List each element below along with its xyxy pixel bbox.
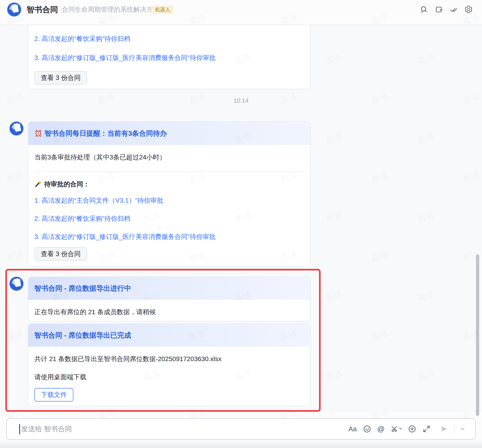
message-card-pending-partial: 2. 高洁发起的“餐饮采购”待你归档 3. 高洁发起的“修订版_修订版_医疗美容…	[28, 14, 311, 89]
text-format-icon[interactable]: Aa	[349, 425, 357, 433]
bot-avatar[interactable]	[9, 277, 24, 291]
app-logo-icon	[9, 121, 24, 136]
scrollbar-thumb[interactable]	[476, 255, 479, 416]
summary-text: 当前3条审批待处理（其中3条已超过24小时）	[34, 153, 166, 161]
send-icon	[440, 425, 448, 433]
mention-icon[interactable]: @	[377, 425, 385, 433]
app-logo-icon	[9, 277, 24, 291]
gear-icon	[464, 5, 473, 14]
expand-icon[interactable]	[422, 425, 431, 433]
app-logo	[7, 2, 21, 17]
send-options-chevron-icon[interactable]	[460, 428, 465, 430]
export-hint-text: 请使用桌面端下载	[34, 373, 86, 381]
chevron-down-icon	[399, 428, 401, 429]
composer-input[interactable]: 发送给 智书合同 Aa @	[6, 418, 476, 440]
create-group-button[interactable]	[435, 5, 443, 14]
section-title: 待审批的合同：	[44, 180, 90, 189]
card-title: 智书合同 - 席位数据导出已完成	[34, 331, 131, 340]
done-all-icon	[450, 5, 458, 14]
search-button[interactable]	[420, 5, 428, 14]
card-header: 智书合同 - 席位数据导出已完成	[28, 324, 310, 347]
search-icon	[420, 5, 428, 14]
send-divider	[454, 425, 454, 432]
contract-link[interactable]: 1. 高洁发起的“主合同文件（V3.1）”待你审批	[34, 197, 163, 204]
chat-window: 2. 高洁发起的“餐饮采购”待你归档 3. 高洁发起的“修订版_修订版_医疗美容…	[0, 0, 482, 448]
bot-badge: 机器人	[152, 6, 173, 14]
view-contracts-button[interactable]: 查看 3 份合同	[34, 71, 87, 85]
app-subtitle: 合同生命周期管理的系统解决方案	[62, 2, 159, 17]
done-all-button[interactable]	[450, 5, 458, 14]
text-caret	[19, 424, 20, 434]
view-contracts-button[interactable]: 查看 3 份合同	[34, 247, 87, 261]
composer-placeholder: 发送给 智书合同	[21, 419, 72, 439]
message-card-daily-reminder: 智书合同每日提醒：当前有3条合同待办 当前3条审批待处理（其中3条已超过24小时…	[28, 121, 311, 266]
emoji-icon[interactable]	[363, 425, 371, 433]
plus-circle-icon[interactable]	[408, 425, 416, 433]
alarm-clock-emoji	[34, 129, 42, 137]
card-header: 智书合同 - 席位数据导出进行中	[28, 277, 310, 300]
bottom-strip	[0, 440, 482, 448]
message-card-export-progress: 智书合同 - 席位数据导出进行中 正在导出有席位的 21 条成员数据，请稍候	[28, 277, 311, 321]
contract-link[interactable]: 3. 高洁发起的“修订版_修订版_医疗美容消费服务合同”待你审批	[34, 54, 216, 62]
message-card-export-done: 智书合同 - 席位数据导出已完成 共计 21 条数据已导出至智书合同席位数据-2…	[28, 323, 311, 406]
download-file-button[interactable]: 下载文件	[34, 388, 73, 401]
bot-avatar[interactable]	[9, 121, 24, 136]
export-result-text: 共计 21 条数据已导出至智书合同席位数据-20250917203630.xls…	[34, 355, 221, 363]
screenshot-scissors-icon[interactable]	[391, 425, 402, 433]
contract-link[interactable]: 2. 高洁发起的“餐饮采购”待你归档	[34, 215, 131, 223]
export-progress-text: 正在导出有席位的 21 条成员数据，请稍候	[34, 308, 156, 316]
settings-button[interactable]	[464, 5, 473, 14]
timestamp: 10:14	[0, 97, 482, 104]
card-title: 智书合同 - 席位数据导出进行中	[34, 284, 131, 293]
writing-hand-emoji	[34, 181, 42, 188]
card-title: 智书合同每日提醒：当前有3条合同待办	[45, 129, 167, 138]
chat-header: 智书合同 合同生命周期管理的系统解决方案 机器人	[0, 0, 482, 25]
section-title-row: 待审批的合同：	[34, 180, 90, 189]
create-group-icon	[435, 5, 443, 14]
app-title: 智书合同	[26, 2, 58, 17]
divider	[34, 171, 305, 172]
card-header: 智书合同每日提醒：当前有3条合同待办	[28, 122, 310, 145]
send-button[interactable]	[440, 425, 448, 433]
contract-link[interactable]: 2. 高洁发起的“餐饮采购”待你归档	[34, 35, 131, 43]
contract-link[interactable]: 3. 高洁发起的“修订版_修订版_医疗美容消费服务合同”待你审批	[34, 233, 216, 241]
